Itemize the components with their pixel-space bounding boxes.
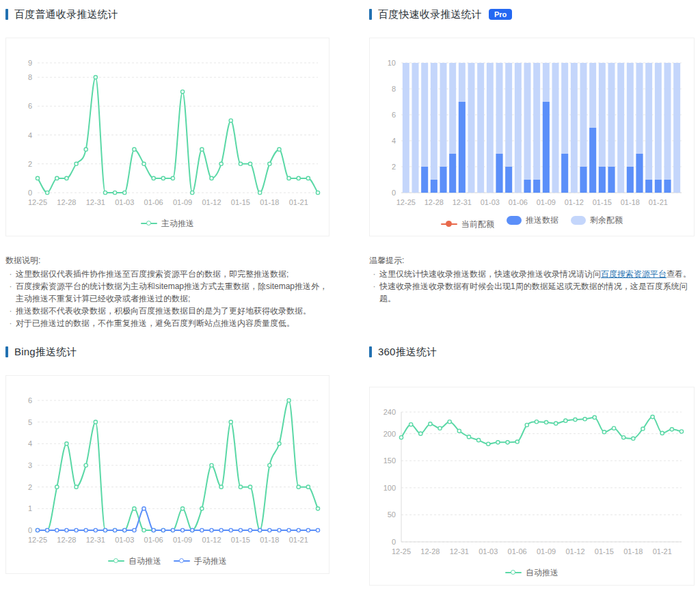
svg-text:01-03: 01-03 bbox=[481, 198, 500, 206]
baidu-fast-push-svg: 024681012-2512-2812-3101-0301-0601-0901-… bbox=[370, 46, 692, 210]
svg-text:4: 4 bbox=[392, 137, 396, 145]
svg-text:01-21: 01-21 bbox=[653, 547, 672, 556]
svg-text:01-03: 01-03 bbox=[115, 198, 134, 206]
svg-text:12-31: 12-31 bbox=[450, 547, 469, 556]
grid-lines bbox=[38, 400, 318, 530]
notes-data-description: 数据说明:·这里数据仅代表插件协作推送至百度搜索资源平台的数据，即完整推送数据;… bbox=[5, 254, 329, 329]
y-axis-labels: 0246810 bbox=[388, 59, 396, 197]
note-text: 推送数据不代表收录数据，积极向百度推送数据目的是为了更好地获得收录数据。 bbox=[16, 305, 329, 317]
svg-text:6: 6 bbox=[392, 111, 396, 119]
svg-text:01-21: 01-21 bbox=[289, 536, 308, 544]
svg-text:01-15: 01-15 bbox=[595, 547, 614, 556]
svg-text:01-21: 01-21 bbox=[289, 198, 308, 206]
bing-chart-panel: 012345612-2512-2812-3101-0301-0601-0901-… bbox=[5, 375, 329, 574]
series-自动推送 bbox=[399, 415, 683, 446]
bullet-icon: · bbox=[369, 268, 379, 280]
svg-text:12-28: 12-28 bbox=[57, 536, 76, 544]
legend-swatch bbox=[505, 572, 522, 573]
svg-text:9: 9 bbox=[28, 59, 32, 67]
svg-text:01-18: 01-18 bbox=[260, 198, 279, 206]
page-title: 百度快速收录推送统计 bbox=[378, 8, 482, 21]
legend-item-自动推送[interactable]: 自动推送 bbox=[108, 556, 161, 567]
svg-text:6: 6 bbox=[28, 102, 32, 110]
svg-text:12-25: 12-25 bbox=[396, 198, 416, 206]
svg-text:100: 100 bbox=[383, 484, 396, 492]
legend-item-推送数据[interactable]: 推送数据 bbox=[507, 215, 558, 226]
bullet-icon: · bbox=[5, 280, 16, 305]
baidu-normal-chart-panel: 02468912-2512-2812-3101-0301-0601-0901-1… bbox=[5, 38, 329, 236]
svg-text:12-25: 12-25 bbox=[28, 198, 47, 206]
svg-text:150: 150 bbox=[383, 456, 396, 465]
legend-label: 剩余配额 bbox=[590, 215, 623, 226]
svg-text:4: 4 bbox=[28, 439, 32, 448]
legend-item-主动推送[interactable]: 主动推送 bbox=[141, 218, 194, 230]
page-title: 360推送统计 bbox=[378, 346, 437, 359]
note-item: ·百度搜索资源平台的统计数据为主动和sitemap推送方式去重数据，除sitem… bbox=[5, 280, 329, 305]
svg-text:01-09: 01-09 bbox=[173, 536, 192, 544]
svg-text:12-28: 12-28 bbox=[420, 547, 440, 556]
svg-text:01-21: 01-21 bbox=[649, 198, 668, 206]
section-title-360: 360推送统计 bbox=[369, 344, 695, 359]
note-text: 对于已推送过的数据，不作重复推送，避免百度判断站点推送内容质量度低。 bbox=[16, 317, 329, 329]
x-axis-labels: 12-2512-2812-3101-0301-0601-0901-1201-15… bbox=[396, 198, 668, 206]
bing-push-svg: 012345612-2512-2812-3101-0301-0601-0901-… bbox=[6, 384, 329, 548]
title-accent-bar bbox=[369, 346, 372, 357]
svg-text:0: 0 bbox=[392, 538, 396, 546]
chart-legend: 自动推送 bbox=[370, 564, 694, 579]
svg-text:01-12: 01-12 bbox=[565, 547, 584, 556]
legend-swatch bbox=[141, 223, 157, 224]
legend-swatch bbox=[571, 216, 586, 225]
x-axis-labels: 12-2512-2812-3101-0301-0601-0901-1201-15… bbox=[28, 198, 308, 206]
stats-dashboard: 百度普通收录推送统计 百度快速收录推送统计 Pro 02468912-2512-… bbox=[0, 0, 700, 586]
svg-text:01-15: 01-15 bbox=[231, 198, 250, 206]
svg-text:8: 8 bbox=[392, 85, 396, 93]
svg-text:01-06: 01-06 bbox=[509, 198, 528, 206]
svg-text:200: 200 bbox=[383, 430, 396, 438]
svg-text:01-18: 01-18 bbox=[623, 547, 643, 556]
title-accent-bar bbox=[369, 9, 372, 20]
note-text: 这里仅统计快速收录推送数据，快速收录推送收录情况请访问百度搜索资源平台查看。 bbox=[379, 268, 695, 280]
note-item: ·对于已推送过的数据，不作重复推送，避免百度判断站点推送内容质量度低。 bbox=[5, 317, 329, 329]
svg-text:01-15: 01-15 bbox=[593, 198, 612, 206]
legend-item-剩余配额[interactable]: 剩余配额 bbox=[571, 215, 623, 226]
legend-item-手动推送[interactable]: 手动推送 bbox=[174, 556, 227, 567]
note-item: ·推送数据不代表收录数据，积极向百度推送数据目的是为了更好地获得收录数据。 bbox=[5, 305, 329, 317]
grid-lines bbox=[401, 412, 682, 542]
legend-label: 手动推送 bbox=[194, 556, 227, 567]
svg-text:2: 2 bbox=[28, 483, 32, 491]
svg-text:12-25: 12-25 bbox=[28, 536, 47, 544]
legend-swatch bbox=[441, 223, 457, 225]
chart-legend: 主动推送 bbox=[6, 215, 329, 230]
svg-text:01-09: 01-09 bbox=[537, 198, 556, 206]
y-axis-labels: 050100150200240 bbox=[383, 408, 396, 546]
section-title-baidu-fast: 百度快速收录推送统计 Pro bbox=[369, 7, 695, 22]
section-title-baidu-normal: 百度普通收录推送统计 bbox=[5, 7, 329, 22]
svg-text:01-06: 01-06 bbox=[144, 536, 163, 544]
legend-swatch bbox=[108, 560, 124, 562]
legend-item-当前配额[interactable]: 当前配额 bbox=[441, 219, 494, 230]
svg-text:12-31: 12-31 bbox=[86, 198, 105, 206]
svg-text:01-18: 01-18 bbox=[621, 198, 640, 206]
note-item: ·快速收录推送收录数据有时候会出现1周的数据延迟或无数据的情况，这是百度系统问题… bbox=[369, 280, 695, 305]
svg-text:01-18: 01-18 bbox=[260, 536, 279, 544]
bullet-icon: · bbox=[5, 305, 16, 317]
svg-text:10: 10 bbox=[388, 59, 396, 67]
pro-badge: Pro bbox=[489, 9, 512, 20]
svg-text:01-09: 01-09 bbox=[173, 198, 192, 206]
chart-legend: 自动推送手动推送 bbox=[6, 552, 329, 567]
svg-text:4: 4 bbox=[28, 131, 32, 139]
legend-label: 主动推送 bbox=[161, 218, 194, 230]
legend-item-自动推送[interactable]: 自动推送 bbox=[505, 567, 558, 579]
svg-text:12-31: 12-31 bbox=[86, 536, 105, 544]
page-title: 百度普通收录推送统计 bbox=[14, 8, 118, 21]
svg-text:01-15: 01-15 bbox=[231, 536, 250, 544]
note-text: 百度搜索资源平台的统计数据为主动和sitemap推送方式去重数据，除sitema… bbox=[16, 280, 329, 305]
svg-text:01-03: 01-03 bbox=[115, 536, 134, 544]
svg-text:01-09: 01-09 bbox=[537, 547, 556, 556]
notes-tips: 温馨提示:·这里仅统计快速收录推送数据，快速收录推送收录情况请访问百度搜索资源平… bbox=[369, 254, 695, 329]
svg-text:12-28: 12-28 bbox=[57, 198, 76, 206]
baidu-resource-platform-link[interactable]: 百度搜索资源平台 bbox=[601, 269, 667, 279]
svg-text:12-25: 12-25 bbox=[392, 547, 411, 556]
legend-label: 推送数据 bbox=[526, 215, 558, 226]
bullet-icon: · bbox=[5, 268, 16, 280]
